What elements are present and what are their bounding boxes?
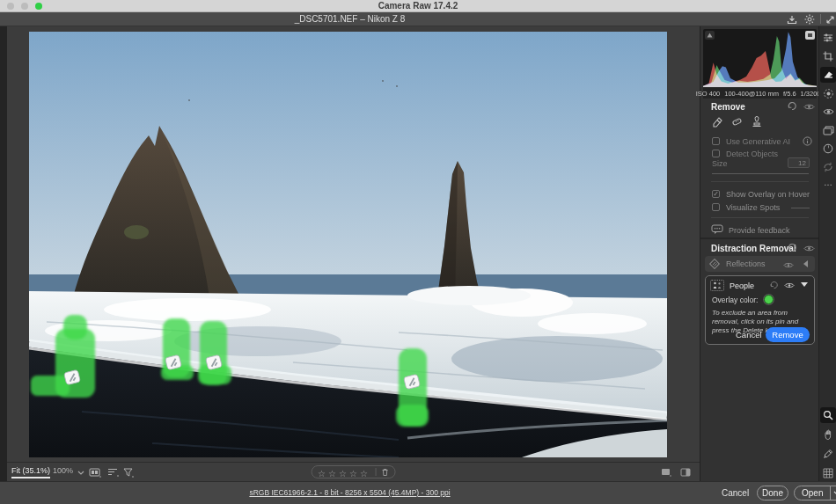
remove-reset-icon[interactable] bbox=[786, 101, 798, 112]
highlight-clipping-icon[interactable] bbox=[805, 31, 815, 40]
reflections-icon bbox=[708, 259, 721, 269]
remove-panel-title: Remove bbox=[711, 102, 745, 112]
histogram bbox=[703, 29, 817, 87]
info-icon[interactable] bbox=[801, 135, 813, 146]
zoom-fit-button[interactable]: Fit (35.1%) bbox=[11, 466, 50, 478]
open-chevron-icon[interactable] bbox=[831, 491, 836, 495]
document-bar: _DSC5701.NEF – Nikon Z 8 bbox=[0, 12, 836, 26]
save-image-icon[interactable] bbox=[786, 14, 798, 25]
provide-feedback-link[interactable]: Provide feedback bbox=[729, 226, 790, 235]
people-reset-icon[interactable] bbox=[767, 280, 780, 290]
filmstrip-edge[interactable] bbox=[0, 26, 7, 481]
removal-overlay-region[interactable] bbox=[63, 315, 87, 340]
size-value-field[interactable]: 12 bbox=[788, 157, 810, 168]
cancel-button[interactable]: Cancel bbox=[722, 488, 749, 498]
overlay-color-label: Overlay color: bbox=[712, 296, 758, 304]
visualize-spots-label: Visualize Spots bbox=[726, 203, 780, 212]
reflections-eye-icon[interactable] bbox=[782, 259, 795, 270]
people-label: People bbox=[730, 281, 754, 290]
section-divider bbox=[700, 237, 819, 239]
distraction-visibility-eye-icon[interactable] bbox=[803, 243, 815, 253]
heal-tool-icon[interactable] bbox=[711, 116, 723, 127]
zoom-tool-icon-selected[interactable] bbox=[820, 407, 836, 423]
filter-icon[interactable] bbox=[121, 466, 136, 478]
divider bbox=[711, 181, 809, 182]
masking-tool-icon[interactable] bbox=[820, 85, 836, 101]
zoom-chevron-icon[interactable] bbox=[74, 466, 88, 478]
star-icon[interactable]: ☆ bbox=[328, 469, 336, 478]
before-after-icon[interactable] bbox=[678, 466, 693, 478]
canvas-toolbar: Fit (35.1%) 100% ☆☆☆☆☆ bbox=[7, 462, 700, 481]
titlebar: Camera Raw 17.4.2 bbox=[0, 0, 836, 12]
feedback-bubble-icon bbox=[711, 224, 723, 235]
star-icon[interactable]: ☆ bbox=[318, 469, 326, 478]
camera-raw-window: Camera Raw 17.4.2 _DSC5701.NEF – Nikon Z… bbox=[0, 0, 836, 504]
wave-splash bbox=[104, 298, 271, 321]
star-icon[interactable]: ☆ bbox=[349, 469, 357, 478]
reflections-collapse-icon[interactable] bbox=[803, 260, 808, 267]
visualize-spots-checkbox[interactable] bbox=[712, 203, 720, 211]
sync-settings-icon[interactable] bbox=[820, 159, 836, 175]
visualize-spots-slider[interactable] bbox=[791, 208, 810, 208]
distraction-reset-icon[interactable] bbox=[786, 243, 798, 253]
divider bbox=[711, 217, 809, 218]
open-button-label[interactable]: Open bbox=[795, 488, 830, 498]
right-panel: ISO 400 100-400@110 mm f/5.6 1/3200s Rem… bbox=[700, 26, 818, 481]
reject-trash-icon[interactable] bbox=[382, 468, 389, 477]
single-view-icon[interactable] bbox=[659, 466, 673, 478]
footer-bar: sRGB IEC61966-2.1 - 8 bit - 8256 x 5504 … bbox=[0, 481, 836, 504]
star-icon[interactable]: ☆ bbox=[360, 469, 368, 478]
color-sampler-icon[interactable] bbox=[820, 446, 836, 462]
red-eye-tool-icon[interactable] bbox=[820, 104, 836, 120]
removal-overlay-region[interactable] bbox=[396, 405, 429, 427]
exif-lens: 100-400@110 mm bbox=[724, 90, 779, 98]
reflections-row[interactable]: Reflections bbox=[705, 256, 815, 272]
distraction-removal-title: Distraction Removal bbox=[711, 244, 796, 253]
app-title: Camera Raw 17.4.2 bbox=[0, 1, 836, 11]
sort-order-icon[interactable] bbox=[106, 466, 120, 478]
patch-tool-icon[interactable] bbox=[730, 116, 743, 127]
remove-visibility-eye-icon[interactable] bbox=[803, 101, 815, 112]
zoom-100-button[interactable]: 100% bbox=[53, 466, 73, 475]
star-rating[interactable]: ☆☆☆☆☆ bbox=[318, 464, 370, 480]
clone-stamp-tool-icon[interactable] bbox=[751, 116, 763, 127]
grid-overlay-icon[interactable] bbox=[820, 465, 836, 481]
people-expand-icon[interactable] bbox=[801, 282, 808, 287]
image-canvas bbox=[7, 26, 700, 462]
snapshots-icon[interactable] bbox=[820, 141, 836, 157]
presets-icon[interactable] bbox=[820, 122, 836, 138]
histogram-chart bbox=[703, 29, 817, 87]
use-generative-ai-checkbox[interactable] bbox=[712, 137, 720, 145]
shadow-clipping-icon[interactable] bbox=[705, 31, 715, 40]
overlay-color-swatch[interactable] bbox=[764, 295, 774, 304]
tool-rail: … bbox=[818, 26, 836, 481]
star-icon[interactable]: ☆ bbox=[339, 469, 347, 478]
people-eye-icon[interactable] bbox=[783, 280, 796, 290]
show-overlay-checkbox[interactable]: ✓ bbox=[712, 190, 720, 198]
hand-tool-icon[interactable] bbox=[820, 427, 836, 442]
filmstrip-view-icon[interactable] bbox=[88, 466, 102, 478]
use-generative-ai-label: Use Generative AI bbox=[726, 137, 790, 146]
detect-objects-checkbox[interactable] bbox=[712, 150, 720, 157]
detect-objects-label: Detect Objects bbox=[726, 150, 778, 158]
open-button[interactable]: Open bbox=[794, 486, 836, 500]
edit-sliders-icon[interactable] bbox=[820, 30, 836, 46]
wave-splash bbox=[538, 313, 647, 334]
people-cancel-button[interactable]: Cancel bbox=[736, 330, 762, 340]
done-button[interactable]: Done bbox=[757, 486, 788, 500]
document-title: _DSC5701.NEF – Nikon Z 8 bbox=[0, 14, 700, 24]
remove-tool-icon-selected[interactable] bbox=[820, 67, 836, 83]
fullscreen-icon[interactable] bbox=[824, 14, 836, 25]
photo-preview[interactable] bbox=[29, 32, 667, 457]
size-slider[interactable] bbox=[712, 173, 809, 174]
crop-tool-icon[interactable] bbox=[820, 48, 836, 64]
more-tools-icon[interactable]: … bbox=[820, 174, 836, 190]
preferences-gear-icon[interactable] bbox=[803, 14, 816, 25]
image-info-link[interactable]: sRGB IEC61966-2.1 - 8 bit - 8256 x 5504 … bbox=[0, 488, 700, 497]
docbar-divider bbox=[820, 14, 821, 24]
exif-aperture: f/5.6 bbox=[783, 90, 796, 98]
people-remove-button[interactable]: Remove bbox=[766, 327, 810, 342]
moss-patch bbox=[124, 225, 149, 239]
exif-info-bar: ISO 400 100-400@110 mm f/5.6 1/3200s bbox=[703, 88, 817, 99]
people-icon bbox=[710, 280, 724, 291]
